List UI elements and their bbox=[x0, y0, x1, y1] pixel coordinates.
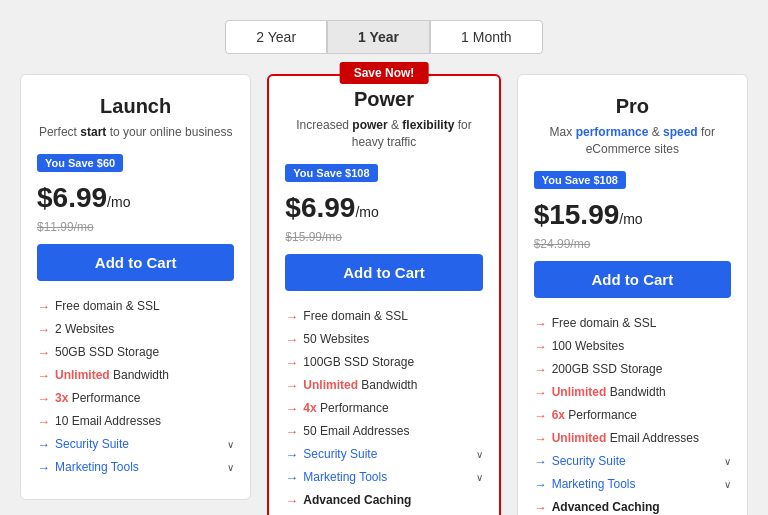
arrow-blue-icon: → bbox=[534, 477, 547, 492]
plan-name-pro: Pro bbox=[534, 95, 731, 118]
feature-text: Unlimited Bandwidth bbox=[55, 368, 169, 382]
add-to-cart-power[interactable]: Add to Cart bbox=[285, 254, 482, 291]
plan-name-power: Power bbox=[285, 88, 482, 111]
billing-tabs: 2 Year1 Year1 Month bbox=[225, 20, 542, 54]
feature-text: 200GB SSD Storage bbox=[552, 362, 663, 376]
plan-card-power: Save Now!PowerIncreased power & flexibil… bbox=[267, 74, 500, 515]
feature-item: →2 Websites bbox=[37, 318, 234, 341]
arrow-blue-icon: → bbox=[37, 437, 50, 452]
feature-item: →Advanced Caching bbox=[285, 489, 482, 512]
price-main-launch: $6.99/mo bbox=[37, 182, 130, 213]
plan-desc-launch: Perfect start to your online business bbox=[37, 124, 234, 141]
feature-text: Unlimited Bandwidth bbox=[303, 378, 417, 392]
feature-item: →3x Performance bbox=[37, 387, 234, 410]
feature-item: →200GB SSD Storage bbox=[534, 358, 731, 381]
feature-list-power: →Free domain & SSL→50 Websites→100GB SSD… bbox=[285, 305, 482, 512]
per-mo-launch: /mo bbox=[107, 194, 130, 210]
price-original-power: $15.99/mo bbox=[285, 230, 482, 244]
arrow-red-icon: → bbox=[285, 355, 298, 370]
plan-card-launch: LaunchPerfect start to your online busin… bbox=[20, 74, 251, 500]
save-now-badge: Save Now! bbox=[340, 62, 429, 84]
feature-item: →100 Websites bbox=[534, 335, 731, 358]
arrow-red-icon: → bbox=[534, 316, 547, 331]
feature-item: →Free domain & SSL bbox=[534, 312, 731, 335]
add-to-cart-pro[interactable]: Add to Cart bbox=[534, 261, 731, 298]
arrow-red-icon: → bbox=[285, 493, 298, 508]
arrow-red-icon: → bbox=[37, 322, 50, 337]
billing-tab-1year[interactable]: 1 Year bbox=[327, 20, 430, 54]
feature-text: 4x Performance bbox=[303, 401, 388, 415]
billing-tab-2year[interactable]: 2 Year bbox=[225, 20, 327, 54]
per-mo-pro: /mo bbox=[619, 211, 642, 227]
arrow-red-icon: → bbox=[285, 309, 298, 324]
price-original-pro: $24.99/mo bbox=[534, 237, 731, 251]
arrow-blue-icon: → bbox=[37, 460, 50, 475]
add-to-cart-launch[interactable]: Add to Cart bbox=[37, 244, 234, 281]
savings-badge-pro: You Save $108 bbox=[534, 171, 626, 189]
feature-item: →Free domain & SSL bbox=[285, 305, 482, 328]
feature-text: Unlimited Email Addresses bbox=[552, 431, 699, 445]
chevron-down-icon[interactable]: ∨ bbox=[476, 472, 483, 483]
feature-text: 50GB SSD Storage bbox=[55, 345, 159, 359]
plan-desc-pro: Max performance & speed for eCommerce si… bbox=[534, 124, 731, 158]
feature-text: 6x Performance bbox=[552, 408, 637, 422]
plan-card-pro: ProMax performance & speed for eCommerce… bbox=[517, 74, 748, 515]
feature-item: →Free domain & SSL bbox=[37, 295, 234, 318]
feature-text: 10 Email Addresses bbox=[55, 414, 161, 428]
feature-text: Free domain & SSL bbox=[303, 309, 408, 323]
feature-item: →Unlimited Bandwidth bbox=[534, 381, 731, 404]
chevron-down-icon[interactable]: ∨ bbox=[724, 479, 731, 490]
chevron-down-icon[interactable]: ∨ bbox=[227, 439, 234, 450]
arrow-red-icon: → bbox=[37, 299, 50, 314]
feature-item[interactable]: →Marketing Tools∨ bbox=[285, 466, 482, 489]
expandable-feature-text: Security Suite bbox=[552, 454, 626, 468]
feature-item: →Unlimited Email Addresses bbox=[534, 427, 731, 450]
price-block-power: $6.99/mo bbox=[285, 192, 482, 224]
feature-item[interactable]: →Marketing Tools∨ bbox=[534, 473, 731, 496]
feature-item: →10 Email Addresses bbox=[37, 410, 234, 433]
feature-item: →50 Websites bbox=[285, 328, 482, 351]
per-mo-power: /mo bbox=[355, 204, 378, 220]
feature-text: Advanced Caching bbox=[552, 500, 660, 514]
price-main-pro: $15.99/mo bbox=[534, 199, 643, 230]
price-block-launch: $6.99/mo bbox=[37, 182, 234, 214]
feature-item: →50GB SSD Storage bbox=[37, 341, 234, 364]
feature-item: →4x Performance bbox=[285, 397, 482, 420]
chevron-down-icon[interactable]: ∨ bbox=[227, 462, 234, 473]
arrow-red-icon: → bbox=[285, 401, 298, 416]
feature-item[interactable]: →Marketing Tools∨ bbox=[37, 456, 234, 479]
plan-name-launch: Launch bbox=[37, 95, 234, 118]
feature-text: Advanced Caching bbox=[303, 493, 411, 507]
chevron-down-icon[interactable]: ∨ bbox=[476, 449, 483, 460]
feature-text: 50 Websites bbox=[303, 332, 369, 346]
plan-desc-power: Increased power & flexibility for heavy … bbox=[285, 117, 482, 151]
price-main-power: $6.99/mo bbox=[285, 192, 378, 223]
arrow-red-icon: → bbox=[285, 424, 298, 439]
feature-item[interactable]: →Security Suite∨ bbox=[37, 433, 234, 456]
arrow-red-icon: → bbox=[285, 332, 298, 347]
billing-tab-1month[interactable]: 1 Month bbox=[430, 20, 543, 54]
expandable-feature-text: Marketing Tools bbox=[303, 470, 387, 484]
feature-item[interactable]: →Security Suite∨ bbox=[534, 450, 731, 473]
arrow-red-icon: → bbox=[37, 368, 50, 383]
arrow-red-icon: → bbox=[37, 414, 50, 429]
expandable-feature-text: Security Suite bbox=[55, 437, 129, 451]
chevron-down-icon[interactable]: ∨ bbox=[724, 456, 731, 467]
price-block-pro: $15.99/mo bbox=[534, 199, 731, 231]
feature-item: →50 Email Addresses bbox=[285, 420, 482, 443]
feature-text: 50 Email Addresses bbox=[303, 424, 409, 438]
feature-text: 3x Performance bbox=[55, 391, 140, 405]
savings-badge-power: You Save $108 bbox=[285, 164, 377, 182]
feature-item[interactable]: →Security Suite∨ bbox=[285, 443, 482, 466]
arrow-red-icon: → bbox=[534, 500, 547, 515]
price-original-launch: $11.99/mo bbox=[37, 220, 234, 234]
arrow-red-icon: → bbox=[37, 391, 50, 406]
feature-text: 100 Websites bbox=[552, 339, 625, 353]
arrow-red-icon: → bbox=[534, 385, 547, 400]
feature-item: →Unlimited Bandwidth bbox=[285, 374, 482, 397]
feature-text: 2 Websites bbox=[55, 322, 114, 336]
feature-item: →Unlimited Bandwidth bbox=[37, 364, 234, 387]
plans-container: LaunchPerfect start to your online busin… bbox=[20, 74, 748, 515]
arrow-red-icon: → bbox=[534, 362, 547, 377]
arrow-red-icon: → bbox=[534, 339, 547, 354]
